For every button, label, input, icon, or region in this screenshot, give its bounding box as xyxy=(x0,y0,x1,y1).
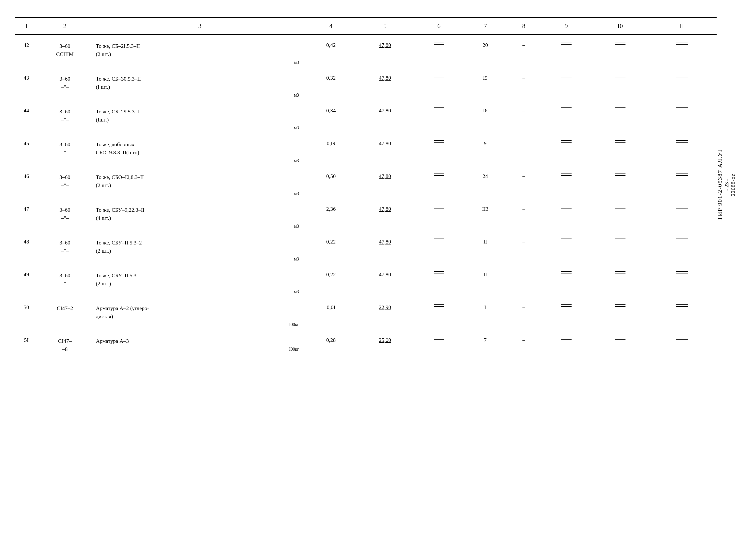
cell-description: То же, доборныхСБО–9.8.3–II(Iшт.)м3 xyxy=(92,133,308,166)
table-row: 453–60–"–То же, доборныхСБО–9.8.3–II(Iшт… xyxy=(15,133,717,166)
cell-col10 xyxy=(593,232,647,264)
cell-col8: – xyxy=(508,68,539,100)
cell-description: То же, СБО–I2,8.3–II(2 шт.)м3 xyxy=(92,166,308,199)
cell-col10 xyxy=(593,199,647,232)
cell-price: 47,80 xyxy=(354,232,416,264)
cell-col11 xyxy=(647,100,717,133)
cell-price: 47,80 xyxy=(354,133,416,166)
cell-num: 48 xyxy=(15,232,38,264)
table-row: 443–60–"–То же, СБ–29.5.3–II(Iшт.)м30,34… xyxy=(15,100,717,133)
cell-code: 3–60–"– xyxy=(38,100,92,133)
cell-col4: 0,0I xyxy=(308,297,354,330)
cell-col4: 0,22 xyxy=(308,264,354,297)
cell-col9 xyxy=(539,232,593,264)
cell-col4: 0,32 xyxy=(308,68,354,100)
cell-col9 xyxy=(539,133,593,166)
cell-num: 50 xyxy=(15,297,38,330)
cell-col10 xyxy=(593,264,647,297)
header-col3: 3 xyxy=(92,18,308,35)
main-table: I 2 3 4 5 6 7 8 9 I0 II 423–60ССШМТо же,… xyxy=(15,17,717,355)
header-col1: I xyxy=(15,18,38,35)
header-col5: 5 xyxy=(354,18,416,35)
cell-col6 xyxy=(416,166,462,199)
cell-col7: 20 xyxy=(462,35,508,68)
cell-col4: 2,36 xyxy=(308,199,354,232)
cell-col6 xyxy=(416,330,462,355)
cell-col8: – xyxy=(508,264,539,297)
cell-price: 47,80 xyxy=(354,68,416,100)
cell-col4: 0,42 xyxy=(308,35,354,68)
cell-col7: 9 xyxy=(462,133,508,166)
cell-col6 xyxy=(416,100,462,133)
cell-col8: – xyxy=(508,330,539,355)
side-label: ТИР 901-2-05387 АЛ.УI - 23 - 22088-ос xyxy=(717,15,736,355)
table-row: 423–60ССШМТо же, СБ–2I.5.3–II(2 шт.)м30,… xyxy=(15,35,717,68)
cell-col10 xyxy=(593,68,647,100)
cell-code: СI47–2 xyxy=(38,297,92,330)
cell-num: 43 xyxy=(15,68,38,100)
cell-price: 22,90 xyxy=(354,297,416,330)
cell-col11 xyxy=(647,35,717,68)
cell-code: СI47––8 xyxy=(38,330,92,355)
cell-price: 47,80 xyxy=(354,35,416,68)
cell-col9 xyxy=(539,100,593,133)
cell-col7: II xyxy=(462,264,508,297)
cell-code: 3–60–"– xyxy=(38,133,92,166)
cell-col6 xyxy=(416,199,462,232)
cell-col7: II3 xyxy=(462,199,508,232)
cell-col9 xyxy=(539,199,593,232)
cell-col9 xyxy=(539,264,593,297)
cell-col11 xyxy=(647,166,717,199)
table-row: 463–60–"–То же, СБО–I2,8.3–II(2 шт.)м30,… xyxy=(15,166,717,199)
cell-col11 xyxy=(647,264,717,297)
header-col6: 6 xyxy=(416,18,462,35)
cell-description: То же, СБ–30.5.3–II(I шт.)м3 xyxy=(92,68,308,100)
cell-col8: – xyxy=(508,100,539,133)
cell-num: 44 xyxy=(15,100,38,133)
side-label-middle: - 23 - xyxy=(724,179,730,191)
header-col9: 9 xyxy=(539,18,593,35)
header-col8: 8 xyxy=(508,18,539,35)
cell-code: 3–60–"– xyxy=(38,166,92,199)
table-header: I 2 3 4 5 6 7 8 9 I0 II xyxy=(15,18,717,35)
cell-col11 xyxy=(647,133,717,166)
cell-description: То же, СБУ–9,22.3–II(4 шт.)м3 xyxy=(92,199,308,232)
cell-col9 xyxy=(539,297,593,330)
cell-col8: – xyxy=(508,35,539,68)
cell-col10 xyxy=(593,100,647,133)
cell-col4: 0,22 xyxy=(308,232,354,264)
cell-code: 3–60–"– xyxy=(38,199,92,232)
cell-col9 xyxy=(539,35,593,68)
cell-col7: I5 xyxy=(462,68,508,100)
cell-description: То же, СБ–2I.5.3–II(2 шт.)м3 xyxy=(92,35,308,68)
cell-col11 xyxy=(647,297,717,330)
cell-col6 xyxy=(416,35,462,68)
cell-description: Арматура А–3I00кг xyxy=(92,330,308,355)
cell-col4: 0,28 xyxy=(308,330,354,355)
cell-col8: – xyxy=(508,232,539,264)
table-row: 473–60–"–То же, СБУ–9,22.3–II(4 шт.)м32,… xyxy=(15,199,717,232)
cell-col7: II xyxy=(462,232,508,264)
cell-col9 xyxy=(539,68,593,100)
side-label-bottom: 22088-ос xyxy=(730,174,736,196)
cell-col4: 0,I9 xyxy=(308,133,354,166)
header-col7: 7 xyxy=(462,18,508,35)
cell-description: То же, СБУ–II.5.3–I(2 шт.)м3 xyxy=(92,264,308,297)
cell-price: 47,80 xyxy=(354,166,416,199)
cell-price: 47,80 xyxy=(354,199,416,232)
table-row: 50СI47–2Арматура А–2 (углеро-дистая)I00к… xyxy=(15,297,717,330)
cell-col8: – xyxy=(508,199,539,232)
cell-col6 xyxy=(416,232,462,264)
cell-num: 46 xyxy=(15,166,38,199)
cell-col11 xyxy=(647,232,717,264)
cell-code: 3–60–"– xyxy=(38,232,92,264)
side-label-top: ТИР 901-2-05387 АЛ.УI xyxy=(717,150,723,221)
cell-col10 xyxy=(593,166,647,199)
cell-col10 xyxy=(593,330,647,355)
cell-description: То же, СБ–29.5.3–II(Iшт.)м3 xyxy=(92,100,308,133)
table-row: 433–60–"–То же, СБ–30.5.3–II(I шт.)м30,3… xyxy=(15,68,717,100)
cell-code: 3–60–"– xyxy=(38,264,92,297)
cell-description: Арматура А–2 (углеро-дистая)I00кг xyxy=(92,297,308,330)
cell-num: 5I xyxy=(15,330,38,355)
cell-col8: – xyxy=(508,166,539,199)
